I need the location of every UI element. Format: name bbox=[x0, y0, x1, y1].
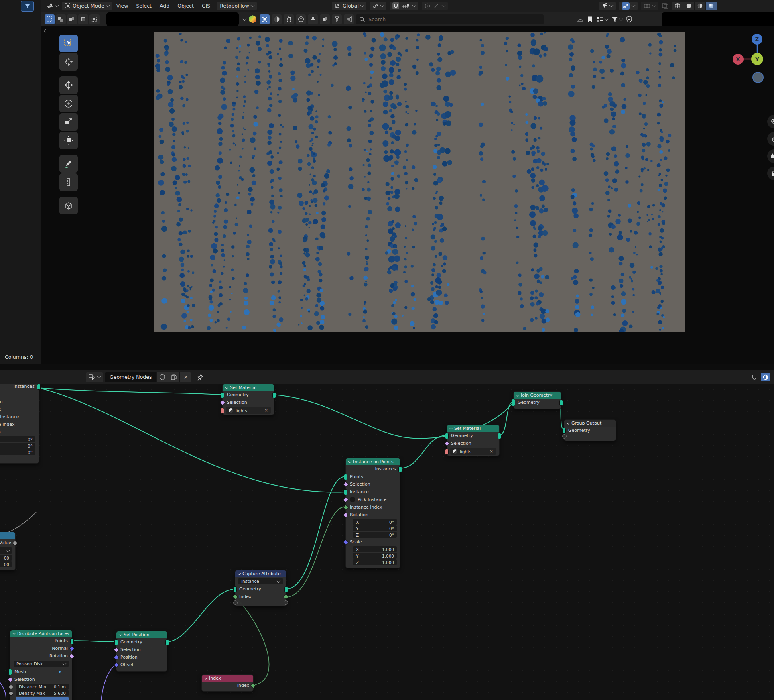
socket-geometry-out[interactable] bbox=[498, 433, 501, 439]
socket-offset-in[interactable] bbox=[114, 662, 119, 668]
rotation-y-field[interactable]: Y0° bbox=[0, 443, 35, 449]
camera-view-button[interactable] bbox=[767, 149, 774, 163]
xray-dropdown[interactable] bbox=[641, 2, 658, 10]
select-mode-box-button[interactable] bbox=[56, 14, 66, 24]
tool-move[interactable] bbox=[59, 76, 78, 94]
menu-add[interactable]: Add bbox=[156, 3, 173, 9]
workspace-tool-6-button[interactable] bbox=[320, 14, 330, 24]
socket-material-in[interactable] bbox=[221, 408, 224, 414]
rotation-x-field[interactable]: X0° bbox=[353, 519, 397, 525]
transform-pivot-dropdown[interactable] bbox=[370, 2, 386, 10]
shading-rendered-button[interactable] bbox=[706, 2, 717, 10]
workspace-tool-4-button[interactable] bbox=[296, 14, 306, 24]
rotation-y-field[interactable]: Y0° bbox=[353, 525, 397, 531]
socket-instance-index-in[interactable] bbox=[343, 505, 349, 510]
zoom-button[interactable] bbox=[767, 115, 774, 128]
socket-position-in[interactable] bbox=[114, 655, 119, 660]
render-region-icon[interactable] bbox=[662, 3, 669, 9]
node-distribute-points-on-faces[interactable]: Distribute Points on Faces Points Normal… bbox=[10, 630, 72, 700]
select-mode-paint-button[interactable] bbox=[89, 14, 100, 24]
socket-geometry-multi-in[interactable] bbox=[512, 399, 515, 406]
value-type-dropdown[interactable] bbox=[0, 547, 12, 554]
tool-select-box[interactable] bbox=[59, 35, 78, 52]
tool-transform[interactable] bbox=[59, 132, 78, 149]
socket-extend-out[interactable] bbox=[284, 600, 288, 605]
snapping-group[interactable] bbox=[390, 2, 418, 10]
workspace-tool-5-button[interactable] bbox=[308, 14, 318, 24]
select-mode-lasso-button[interactable] bbox=[78, 14, 88, 24]
workspace-tool-7-button[interactable] bbox=[332, 14, 342, 24]
socket-geometry-in[interactable] bbox=[114, 639, 118, 645]
workspace-tool-2-button[interactable] bbox=[272, 14, 282, 24]
workspace-tool-3-button[interactable] bbox=[284, 14, 294, 24]
distribute-method-dropdown[interactable]: Poisson Disk bbox=[14, 661, 69, 667]
mode-dropdown[interactable]: Object Mode bbox=[62, 2, 112, 10]
menu-view[interactable]: View bbox=[113, 3, 132, 9]
socket-geometry-in[interactable] bbox=[221, 392, 224, 398]
node-set-material-1[interactable]: Set Material Geometry Selection lights × bbox=[222, 384, 274, 415]
socket-index-in[interactable] bbox=[232, 594, 238, 600]
tool-header-collapse-chevron[interactable] bbox=[243, 17, 247, 21]
scale-x-field[interactable]: X1.000 bbox=[353, 546, 397, 552]
node-set-material-2[interactable]: Set Material Geometry Selection lights × bbox=[447, 425, 500, 456]
socket-geometry-in[interactable] bbox=[562, 428, 566, 434]
socket-mesh-in[interactable] bbox=[8, 669, 12, 675]
fake-user-shield-button[interactable] bbox=[156, 372, 168, 382]
search-input[interactable] bbox=[368, 16, 540, 23]
socket-geometry-out[interactable] bbox=[272, 392, 276, 398]
material-field[interactable]: lights × bbox=[226, 407, 271, 414]
socket-extend-in[interactable] bbox=[562, 434, 567, 439]
node-index[interactable]: Index Index bbox=[201, 674, 254, 692]
socket-index-out[interactable] bbox=[250, 683, 256, 688]
socket-distance-min-in[interactable] bbox=[9, 685, 13, 689]
transform-orientation-dropdown[interactable]: Global bbox=[332, 2, 366, 10]
tool-add-primitive[interactable] bbox=[59, 197, 78, 214]
pick-instance-checkbox[interactable] bbox=[350, 497, 355, 502]
select-mode-tweak-button[interactable] bbox=[45, 14, 55, 24]
socket-instances-out[interactable] bbox=[398, 466, 402, 472]
node-random-value-partial[interactable]: Value 00 00 bbox=[0, 532, 16, 570]
viewport-3d[interactable]: Z X Y bbox=[41, 26, 774, 364]
socket-selection-in[interactable] bbox=[220, 400, 225, 405]
socket-value-out[interactable] bbox=[13, 541, 17, 545]
socket-rotation-in[interactable] bbox=[343, 512, 349, 518]
menu-gis[interactable]: GIS bbox=[198, 3, 214, 9]
pin-icon[interactable] bbox=[197, 374, 203, 381]
show-overlays-dropdown[interactable] bbox=[619, 2, 638, 10]
rotation-z-field[interactable]: Z0° bbox=[353, 532, 397, 538]
material-clear-icon[interactable]: × bbox=[264, 408, 268, 413]
shading-wireframe-button[interactable] bbox=[672, 2, 683, 10]
value-field-1[interactable]: 00 bbox=[0, 555, 12, 561]
shading-solid-button[interactable] bbox=[683, 2, 695, 10]
socket-scale-in[interactable] bbox=[343, 539, 349, 545]
value-field-2[interactable]: 00 bbox=[0, 561, 12, 567]
show-gizmo-dropdown[interactable] bbox=[599, 2, 616, 10]
material-field[interactable]: lights × bbox=[450, 448, 496, 455]
socket-geometry-out[interactable] bbox=[284, 586, 288, 592]
socket-points-out[interactable] bbox=[70, 638, 74, 644]
socket-geometry-in[interactable] bbox=[233, 586, 237, 592]
navigation-gizmo[interactable]: Z X Y bbox=[723, 26, 774, 171]
node-join-geometry[interactable]: Join Geometry Geometry bbox=[513, 391, 561, 409]
tool-measure[interactable] bbox=[59, 173, 78, 191]
tool-annotate[interactable] bbox=[59, 155, 78, 173]
workspace-tool-1-button[interactable] bbox=[260, 14, 270, 24]
tool-scale[interactable] bbox=[59, 113, 78, 131]
socket-geometry-out[interactable] bbox=[559, 400, 563, 406]
new-copy-button[interactable] bbox=[168, 372, 179, 382]
socket-instance-in[interactable] bbox=[344, 489, 347, 495]
filter-dropdown[interactable] bbox=[611, 16, 622, 22]
tool-cursor[interactable] bbox=[59, 53, 78, 71]
socket-selection-in[interactable] bbox=[8, 677, 13, 682]
node-editor-type-button[interactable] bbox=[86, 372, 103, 382]
gizmo-axis-x[interactable]: X bbox=[733, 54, 744, 65]
left-filter-button[interactable] bbox=[21, 1, 34, 12]
editor-type-button[interactable] bbox=[44, 2, 61, 10]
material-clear-icon[interactable]: × bbox=[490, 449, 493, 454]
socket-selection-in[interactable] bbox=[343, 482, 349, 487]
gizmo-axis-y[interactable]: Y bbox=[751, 53, 763, 65]
distance-min-field[interactable]: Distance Min0.1 m bbox=[16, 684, 69, 690]
region-collapse-arrow[interactable] bbox=[44, 29, 48, 33]
density-max-field[interactable]: Density Max5.600 bbox=[16, 690, 69, 696]
socket-geometry-out[interactable] bbox=[165, 639, 169, 645]
